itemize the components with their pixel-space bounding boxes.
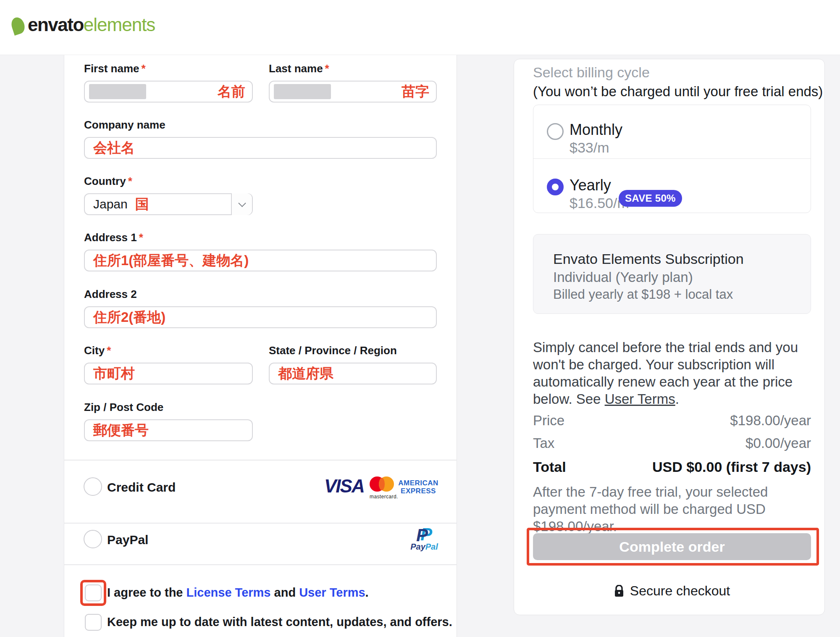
paypal-radio[interactable] [84,530,102,548]
required-asterisk: * [107,344,111,357]
last-name-label: Last name* [269,62,329,75]
company-name-label: Company name [84,118,165,132]
yearly-label: Yearly [570,176,611,194]
divider [533,158,811,159]
price-value: $198.00/year [730,413,811,429]
user-terms-link-panel[interactable]: User Terms [605,391,675,407]
address1-input[interactable]: 住所1(部屋番号、建物名) [84,250,437,271]
city-input[interactable]: 市町村 [84,363,253,384]
first-name-label: First name* [84,62,146,75]
monthly-radio[interactable] [547,123,564,140]
header: envato elements [0,0,840,55]
chevron-down-icon [238,199,246,207]
divider [64,460,457,461]
tax-value: $0.00/year [746,435,811,451]
address2-input[interactable]: 住所2(番地) [84,306,437,328]
country-annotation: 国 [135,195,149,214]
total-value: USD $0.00 (first 7 days) [652,459,811,475]
license-terms-link[interactable]: License Terms [186,586,271,599]
redacted-value [89,84,146,99]
agree-terms-text: I agree to the License Terms and User Te… [107,586,369,600]
required-asterisk: * [142,62,146,75]
newsletter-text: Keep me up to date with latest content, … [107,615,452,629]
subscription-plan: Individual (Yearly plan) [553,269,693,285]
credit-card-radio[interactable] [84,477,102,496]
zip-input[interactable]: 郵便番号 [84,419,253,441]
agree-terms-checkbox[interactable] [85,584,102,601]
company-name-input[interactable]: 会社名 [84,137,437,159]
paypal-p-icon: P P [410,524,439,541]
secure-checkout: Secure checkout [533,583,811,599]
billing-cycle-title: Select billing cycle [533,64,650,81]
amex-logo: AMERICAN EXPRESS [397,479,439,495]
secure-checkout-label: Secure checkout [630,583,730,599]
first-name-input[interactable]: 名前 [84,81,253,103]
envato-leaf-icon [10,16,27,35]
monthly-price: $33/m [570,140,609,156]
credit-card-label: Credit Card [107,480,176,495]
city-label: City* [84,344,111,357]
country-value: Japan [93,197,128,211]
billing-cycle-subtitle: (You won’t be charged until your free tr… [533,84,823,100]
country-dropdown-button[interactable] [231,193,252,215]
zip-annotation: 郵便番号 [93,421,149,440]
logo-text-envato: envato [28,14,84,35]
last-name-annotation: 苗字 [402,82,429,101]
address2-label: Address 2 [84,288,137,301]
cancel-info-text: Simply cancel before the trial ends and … [533,339,805,408]
envato-elements-logo[interactable]: envato elements [12,14,155,35]
first-name-annotation: 名前 [218,82,245,101]
save-badge: SAVE 50% [619,190,682,207]
divider [64,564,457,565]
mastercard-wordmark: mastercard. [370,494,394,500]
after-trial-text: After the 7-day free trial, your selecte… [533,483,805,535]
complete-order-button[interactable]: Complete order [533,533,811,560]
state-label: State / Province / Region [269,344,397,357]
visa-logo: VISA [324,476,364,497]
tax-row: Tax $0.00/year [533,435,811,451]
paypal-logo: P P PayPal [410,524,439,552]
newsletter-checkbox[interactable] [85,614,102,631]
company-annotation: 会社名 [93,139,135,158]
divider [64,523,457,524]
user-terms-link[interactable]: User Terms [299,586,365,599]
mastercard-logo: mastercard. [370,476,394,500]
country-select[interactable]: Japan 国 [84,193,253,215]
address2-annotation: 住所2(番地) [93,308,165,327]
amex-line1: AMERICAN [397,479,439,487]
logo-text-elements: elements [84,14,155,35]
required-asterisk: * [325,62,329,75]
state-annotation: 都道府県 [278,364,333,383]
country-label: Country* [84,175,132,188]
lock-icon [614,585,624,598]
required-asterisk: * [139,231,143,244]
total-row: Total USD $0.00 (first 7 days) [533,459,811,475]
required-asterisk: * [128,175,132,187]
city-annotation: 市町村 [93,364,135,383]
subscription-billed: Billed yearly at $198 + local tax [553,287,733,302]
subscription-title: Envato Elements Subscription [553,251,744,267]
amex-line2: EXPRESS [397,487,439,495]
address1-label: Address 1* [84,231,143,244]
price-row: Price $198.00/year [533,413,811,429]
address1-annotation: 住所1(部屋番号、建物名) [93,251,249,270]
state-input[interactable]: 都道府県 [269,363,437,384]
tax-label: Tax [533,435,554,451]
redacted-value [274,84,331,99]
zip-label: Zip / Post Code [84,401,163,414]
total-label: Total [533,459,566,475]
yearly-radio-selected[interactable] [547,179,564,195]
paypal-label: PayPal [107,533,148,547]
monthly-label: Monthly [570,121,622,139]
mastercard-circles-icon [370,476,394,492]
price-label: Price [533,413,564,429]
last-name-input[interactable]: 苗字 [269,81,437,103]
